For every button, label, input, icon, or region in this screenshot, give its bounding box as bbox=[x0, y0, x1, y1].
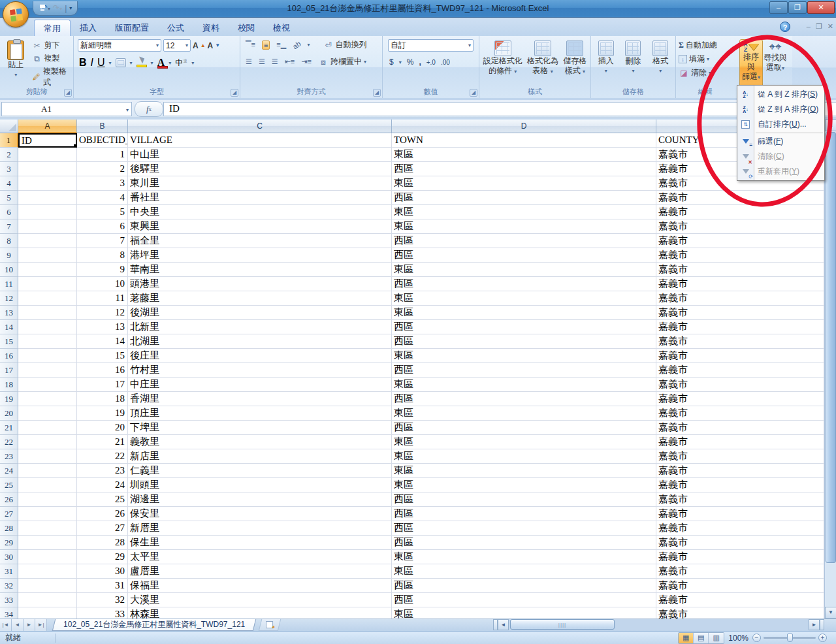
cell-E20[interactable]: 嘉義市 bbox=[656, 406, 824, 421]
cell-B30[interactable]: 29 bbox=[77, 550, 128, 564]
cell-D18[interactable]: 東區 bbox=[392, 378, 656, 392]
horizontal-scroll-thumb[interactable]: |||| bbox=[510, 619, 615, 630]
cell-A22[interactable] bbox=[18, 435, 77, 449]
cell-E29[interactable]: 嘉義市 bbox=[656, 536, 824, 550]
tab-split-handle-right[interactable] bbox=[820, 619, 824, 630]
row-header-29[interactable]: 29 bbox=[0, 536, 18, 550]
cell-C22[interactable]: 義教里 bbox=[128, 435, 392, 449]
format-as-table-button[interactable]: 格式化為 表格 ▾ bbox=[527, 39, 558, 76]
cell-B24[interactable]: 23 bbox=[77, 464, 128, 478]
align-center-icon[interactable]: ☰ bbox=[259, 57, 265, 66]
prev-sheet-icon[interactable]: ◄ bbox=[12, 619, 24, 631]
row-header-5[interactable]: 5 bbox=[0, 191, 18, 205]
cell-C15[interactable]: 北湖里 bbox=[128, 334, 392, 349]
cell-C7[interactable]: 東興里 bbox=[128, 219, 392, 234]
cell-D27[interactable]: 西區 bbox=[392, 507, 656, 521]
insert-worksheet-tab[interactable] bbox=[259, 619, 281, 631]
cell-A12[interactable] bbox=[18, 291, 77, 306]
cell-E7[interactable]: 嘉義市 bbox=[656, 219, 824, 234]
scroll-down-icon[interactable]: ▼ bbox=[825, 607, 836, 619]
cell-A29[interactable] bbox=[18, 536, 77, 550]
cell-C31[interactable]: 盧厝里 bbox=[128, 564, 392, 579]
horizontal-scroll-track[interactable]: |||| bbox=[509, 619, 809, 630]
align-top-icon[interactable]: ▔≡ bbox=[246, 40, 255, 49]
column-header-C[interactable]: C bbox=[128, 120, 392, 133]
customize-qat-icon[interactable]: ▾ bbox=[69, 4, 72, 13]
redo-icon[interactable]: ↷▾ bbox=[53, 3, 62, 14]
cell-C1[interactable]: VILLAGE bbox=[128, 133, 392, 148]
row-header-27[interactable]: 27 bbox=[0, 507, 18, 521]
menu-item-sort-az[interactable]: AZ↓從 A 到 Z 排序(S) bbox=[737, 87, 824, 102]
cell-D24[interactable]: 東區 bbox=[392, 464, 656, 478]
format-cells-button[interactable]: 格式▾ bbox=[652, 39, 668, 76]
cell-D21[interactable]: 西區 bbox=[392, 421, 656, 435]
cell-B25[interactable]: 24 bbox=[77, 478, 128, 492]
orientation-icon[interactable]: ab bbox=[291, 39, 302, 50]
cell-C12[interactable]: 荖藤里 bbox=[128, 291, 392, 306]
cell-A15[interactable] bbox=[18, 334, 77, 349]
name-box-arrow-icon[interactable]: ▾ bbox=[126, 107, 129, 113]
workbook-close-icon[interactable]: ✕ bbox=[828, 22, 833, 31]
align-bottom-icon[interactable]: ≡▁ bbox=[276, 40, 286, 49]
cell-B34[interactable]: 33 bbox=[77, 607, 128, 619]
row-header-31[interactable]: 31 bbox=[0, 564, 18, 579]
cell-D20[interactable]: 東區 bbox=[392, 406, 656, 421]
cell-A8[interactable] bbox=[18, 234, 77, 248]
cell-C5[interactable]: 番社里 bbox=[128, 191, 392, 205]
cell-C17[interactable]: 竹村里 bbox=[128, 363, 392, 378]
cell-A18[interactable] bbox=[18, 378, 77, 392]
cell-D3[interactable]: 西區 bbox=[392, 162, 656, 176]
autosum-button[interactable]: Σ自動加總 bbox=[679, 40, 739, 51]
format-painter-button[interactable]: 🖉複製格式 bbox=[31, 66, 72, 88]
cell-B4[interactable]: 3 bbox=[77, 176, 128, 191]
cell-E10[interactable]: 嘉義市 bbox=[656, 263, 824, 277]
clipboard-dialog-launcher[interactable]: ◢ bbox=[64, 89, 72, 97]
cell-E22[interactable]: 嘉義市 bbox=[656, 435, 824, 449]
tab-版面配置[interactable]: 版面配置 bbox=[106, 20, 158, 36]
shrink-font-icon[interactable]: A▼ bbox=[208, 41, 221, 50]
cell-B16[interactable]: 15 bbox=[77, 349, 128, 363]
merge-center-button[interactable]: ⧈跨欄置中▾ bbox=[318, 56, 366, 67]
tab-資料[interactable]: 資料 bbox=[193, 20, 229, 36]
number-format-combo[interactable]: 自訂▾ bbox=[388, 39, 474, 52]
tab-split-handle-left[interactable] bbox=[493, 619, 498, 630]
cell-C21[interactable]: 下埤里 bbox=[128, 421, 392, 435]
font-color-arrow[interactable]: ▾ bbox=[169, 60, 171, 66]
cell-D15[interactable]: 西區 bbox=[392, 334, 656, 349]
font-dialog-launcher[interactable]: ◢ bbox=[231, 89, 238, 97]
grow-font-icon[interactable]: A▲ bbox=[193, 41, 206, 50]
formula-input[interactable]: ID bbox=[163, 102, 836, 116]
cell-D4[interactable]: 東區 bbox=[392, 176, 656, 191]
close-button[interactable]: ✕ bbox=[807, 1, 835, 14]
cell-E5[interactable]: 嘉義市 bbox=[656, 191, 824, 205]
row-header-24[interactable]: 24 bbox=[0, 464, 18, 478]
cell-E17[interactable]: 嘉義市 bbox=[656, 363, 824, 378]
decrease-decimal-icon[interactable]: .00 bbox=[441, 59, 450, 66]
insert-function-button[interactable]: fx bbox=[135, 101, 163, 117]
cell-C26[interactable]: 湖邊里 bbox=[128, 492, 392, 507]
cell-C13[interactable]: 後湖里 bbox=[128, 306, 392, 320]
cell-A28[interactable] bbox=[18, 521, 77, 536]
cell-C10[interactable]: 華南里 bbox=[128, 263, 392, 277]
row-header-34[interactable]: 34 bbox=[0, 607, 18, 619]
cell-D25[interactable]: 東區 bbox=[392, 478, 656, 492]
cell-C9[interactable]: 港坪里 bbox=[128, 248, 392, 263]
row-header-15[interactable]: 15 bbox=[0, 334, 18, 349]
menu-item-filter[interactable]: =篩選(F) bbox=[737, 134, 824, 149]
cell-D9[interactable]: 西區 bbox=[392, 248, 656, 263]
cell-B3[interactable]: 2 bbox=[77, 162, 128, 176]
cell-C34[interactable]: 林森里 bbox=[128, 607, 392, 619]
cell-B13[interactable]: 12 bbox=[77, 306, 128, 320]
increase-indent-icon[interactable]: ⇥≡ bbox=[301, 57, 312, 66]
underline-button[interactable]: U bbox=[97, 57, 105, 69]
cell-E6[interactable]: 嘉義市 bbox=[656, 205, 824, 219]
cell-B29[interactable]: 28 bbox=[77, 536, 128, 550]
comma-style-icon[interactable]: , bbox=[419, 57, 421, 67]
cell-E9[interactable]: 嘉義市 bbox=[656, 248, 824, 263]
cell-A23[interactable] bbox=[18, 449, 77, 464]
phonetic-arrow[interactable]: ▾ bbox=[191, 60, 194, 66]
row-header-20[interactable]: 20 bbox=[0, 406, 18, 421]
scroll-left-icon[interactable]: ◄ bbox=[498, 619, 509, 630]
cell-E30[interactable]: 嘉義市 bbox=[656, 550, 824, 564]
select-all-corner[interactable] bbox=[0, 120, 18, 133]
